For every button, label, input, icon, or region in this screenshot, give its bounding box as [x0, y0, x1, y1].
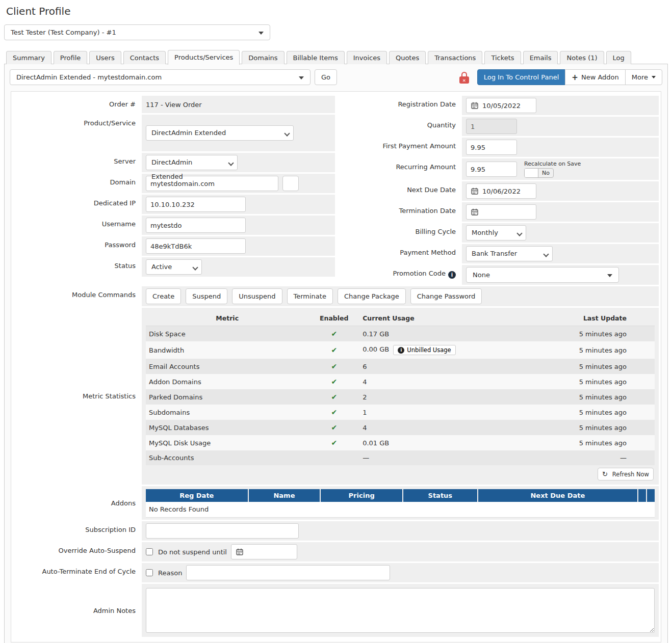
tab-quotes[interactable]: Quotes	[389, 51, 426, 64]
field-row-addons: Addons Reg Date Name Pricing Status Next…	[11, 486, 659, 520]
field-row-override-auto-suspend: Override Auto-Suspend Do not suspend unt…	[11, 542, 659, 561]
service-details-form: Order # 117 - View Order Product/Service…	[11, 91, 661, 642]
field-row-dedicated-ip: Dedicated IP	[11, 195, 335, 214]
order-value[interactable]: 117 - View Order	[146, 101, 202, 109]
tab-invoices[interactable]: Invoices	[347, 51, 387, 64]
product-service-label: Product/Service	[11, 115, 142, 151]
username-input[interactable]	[146, 218, 246, 233]
addons-table: Reg Date Name Pricing Status Next Due Da…	[146, 489, 655, 518]
client-select-dropdown[interactable]: Test Tester (Test Company) - #1	[4, 24, 270, 40]
addons-header-name: Name	[249, 489, 320, 502]
quantity-label: Quantity	[335, 117, 462, 136]
registration-date-label: Registration Date	[335, 96, 462, 115]
recalculate-toggle[interactable]: No	[524, 168, 554, 178]
module-create-button[interactable]: Create	[146, 288, 181, 304]
tab-emails[interactable]: Emails	[523, 51, 558, 64]
go-button[interactable]: Go	[315, 69, 337, 85]
payment-method-select[interactable]: Bank Transfer	[466, 246, 553, 261]
addons-header-action-1	[638, 489, 646, 502]
field-row-next-due-date: Next Due Date 10/06/2022	[335, 181, 659, 201]
field-row-username: Username	[11, 216, 335, 235]
refresh-icon: ↻	[602, 470, 608, 478]
suspend-until-date-input[interactable]	[231, 544, 297, 559]
module-suspend-button[interactable]: Suspend	[186, 288, 227, 304]
chevron-down-icon	[517, 231, 521, 235]
caret-down-icon	[259, 32, 264, 35]
password-input[interactable]	[146, 238, 246, 254]
module-unsuspend-button[interactable]: Unsuspend	[232, 288, 282, 304]
chevron-down-icon	[285, 131, 289, 136]
addons-header-reg-date: Reg Date	[146, 489, 248, 502]
do-not-suspend-until-label: Do not suspend until	[158, 548, 227, 556]
info-icon: i	[398, 347, 404, 354]
check-icon: ✔	[331, 423, 337, 432]
dedicated-ip-input[interactable]	[146, 197, 246, 212]
billing-cycle-select[interactable]: Monthly	[466, 225, 526, 240]
metric-row-email-accounts: Email Accounts ✔ 6 5 minutes ago	[146, 359, 655, 374]
field-row-first-payment: First Payment Amount	[335, 138, 659, 157]
domain-label: Domain	[11, 174, 142, 193]
tab-tickets[interactable]: Tickets	[484, 51, 521, 64]
recurring-amount-label: Recurring Amount	[335, 158, 462, 180]
check-icon: ✔	[331, 330, 337, 338]
field-row-server: Server DirectAdmin Extended	[11, 153, 335, 172]
admin-notes-label: Admin Notes	[11, 584, 142, 637]
metric-row-subdomains: Subdomains ✔ 1 5 minutes ago	[146, 405, 655, 420]
registration-date-input[interactable]: 10/05/2022	[466, 98, 536, 113]
tab-contacts[interactable]: Contacts	[123, 51, 166, 64]
check-icon: ✔	[331, 362, 337, 370]
tab-profile[interactable]: Profile	[54, 51, 87, 64]
metric-statistics-label: Metric Statistics	[11, 308, 142, 485]
tab-users[interactable]: Users	[89, 51, 121, 64]
subscription-id-input[interactable]	[146, 523, 299, 539]
admin-notes-textarea[interactable]	[146, 588, 655, 633]
caret-down-icon	[607, 274, 612, 277]
refresh-now-button[interactable]: ↻ Refresh Now	[598, 468, 654, 480]
first-payment-input[interactable]	[466, 140, 517, 155]
override-auto-suspend-checkbox[interactable]	[146, 548, 153, 555]
recurring-amount-input[interactable]	[466, 162, 517, 177]
addons-header-row: Reg Date Name Pricing Status Next Due Da…	[146, 489, 655, 502]
tab-domains[interactable]: Domains	[242, 51, 284, 64]
plus-icon: +	[572, 73, 578, 82]
billing-cycle-label: Billing Cycle	[335, 223, 462, 243]
reason-label: Reason	[158, 569, 182, 577]
tab-billable-items[interactable]: Billable Items	[287, 51, 345, 64]
domain-dropdown-toggle[interactable]	[282, 176, 299, 191]
module-terminate-button[interactable]: Terminate	[287, 288, 333, 304]
first-payment-label: First Payment Amount	[335, 138, 462, 157]
auto-terminate-reason-input[interactable]	[186, 565, 390, 580]
tab-notes[interactable]: Notes (1)	[560, 51, 604, 64]
tab-products-services[interactable]: Products/Services	[168, 50, 240, 65]
sso-locked-icon: ✕	[459, 71, 470, 84]
module-change-package-button[interactable]: Change Package	[338, 288, 406, 304]
login-control-panel-button[interactable]: Log In To Control Panel	[477, 69, 566, 85]
promotion-code-dropdown[interactable]: None	[466, 267, 619, 283]
unbilled-usage-button[interactable]: iUnbilled Usage	[393, 345, 455, 355]
client-profile-tabs: Summary Profile Users Contacts Products/…	[6, 49, 668, 64]
chevron-down-icon	[544, 252, 548, 256]
client-select-value: Test Tester (Test Company) - #1	[11, 29, 116, 36]
metric-header-row: Metric Enabled Current Usage Last Update	[146, 311, 655, 326]
server-select[interactable]: DirectAdmin Extended	[146, 155, 238, 170]
promotion-code-label: Promotion Codei	[335, 265, 462, 285]
info-icon: i	[448, 271, 456, 279]
check-icon: ✔	[331, 378, 337, 386]
more-button[interactable]: More	[625, 69, 662, 85]
field-row-metric-statistics: Metric Statistics Metric Enabled Current…	[11, 308, 659, 485]
field-row-admin-notes: Admin Notes	[11, 584, 659, 637]
check-icon: ✔	[331, 393, 337, 401]
module-change-password-button[interactable]: Change Password	[410, 288, 482, 304]
termination-date-input[interactable]	[466, 204, 536, 220]
status-select[interactable]: Active	[146, 259, 202, 275]
next-due-date-input[interactable]: 10/06/2022	[466, 183, 536, 199]
new-addon-button[interactable]: + New Addon	[565, 69, 625, 85]
tab-summary[interactable]: Summary	[6, 51, 51, 64]
product-service-select[interactable]: DirectAdmin Extended	[146, 125, 294, 141]
auto-terminate-checkbox[interactable]	[146, 569, 153, 576]
tab-log[interactable]: Log	[606, 51, 631, 64]
server-label: Server	[11, 153, 142, 172]
metric-statistics-table: Metric Enabled Current Usage Last Update…	[146, 311, 655, 465]
service-select-dropdown[interactable]: DirectAdmin Extended - mytestdomain.com	[10, 69, 311, 85]
tab-transactions[interactable]: Transactions	[428, 51, 482, 64]
